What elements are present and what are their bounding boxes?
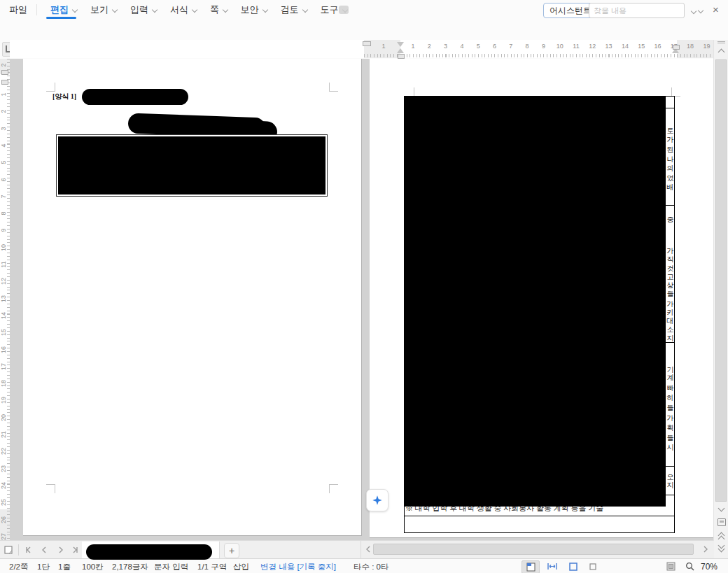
form-header-box <box>56 134 328 197</box>
fit-page-glyph <box>569 563 578 571</box>
fit-width-glyph <box>547 563 557 570</box>
add-tab-button[interactable]: + <box>224 543 239 558</box>
menu-item-review[interactable]: 검토 <box>281 0 308 20</box>
table-strip-divider <box>665 495 674 495</box>
scroll-right-icon[interactable] <box>700 544 711 555</box>
find-input[interactable] <box>589 6 697 15</box>
fit-width-button[interactable] <box>544 560 561 572</box>
bottom-bar: + <box>0 540 713 559</box>
ruler-h-number: 8 <box>526 43 529 50</box>
table-fragment-char: 시 <box>666 443 674 453</box>
ruler-h-number: 13 <box>606 43 612 50</box>
scroll-up-icon[interactable] <box>718 48 724 54</box>
ruler-v-number: 8 <box>0 208 7 218</box>
menu-item-page[interactable]: 쪽 <box>210 0 228 20</box>
next-tab-button[interactable] <box>55 544 66 556</box>
table-fragment-char: 가 <box>666 135 674 145</box>
table-fragment-char: 지 <box>666 481 674 490</box>
ruler-v-number: 16 <box>0 345 7 355</box>
table-strip-divider <box>665 108 674 108</box>
table-fragment-char: 직 <box>666 255 674 264</box>
page-1[interactable]: [양식 1] <box>23 59 362 536</box>
ruler-v-number: 11 <box>0 260 7 269</box>
menu-item-view[interactable]: 보기 <box>90 0 118 20</box>
menu-item-file[interactable]: 파일 <box>9 0 27 20</box>
page-arrangement-button[interactable] <box>662 560 679 572</box>
document-tab-icon[interactable] <box>3 544 14 556</box>
left-margin-marker[interactable] <box>398 54 405 59</box>
zoom-level-label[interactable]: 70% <box>701 562 718 572</box>
menu-item-edit[interactable]: 편집 <box>50 0 78 20</box>
redaction-box-fill <box>58 136 326 194</box>
ruler-h-number: 5 <box>477 43 480 50</box>
find-combobox[interactable] <box>589 3 685 18</box>
page-arrangement-glyph <box>666 562 676 571</box>
add-tab-label: + <box>229 545 234 556</box>
page-thumbnail-icon[interactable] <box>718 518 726 526</box>
first-line-indent-marker[interactable] <box>397 42 404 47</box>
ruler-h-number: 15 <box>638 43 645 50</box>
first-tab-button[interactable] <box>22 544 34 556</box>
menu-item-format[interactable]: 서식 <box>170 0 197 20</box>
right-indent-marker-top[interactable] <box>673 45 680 50</box>
menu-item-security[interactable]: 보안 <box>241 0 268 20</box>
top-margin-marker[interactable] <box>1 70 8 75</box>
status-page-indicator: 2/2쪽 <box>9 562 29 572</box>
vertical-scrollbar[interactable] <box>713 40 728 558</box>
table-fragment-char: 된 <box>666 145 674 155</box>
actual-size-button[interactable] <box>584 560 601 572</box>
ruler-v-number: 26 <box>0 515 7 525</box>
zoom-dialog-button[interactable] <box>681 560 698 572</box>
change-tracking-status[interactable]: 변경 내용 [기록 중지] <box>260 562 336 572</box>
clipped-text-row: ※ 대학 입학 후 대학 생활 중 사회봉사 활동 계획 등을 기술 <box>405 507 665 516</box>
ruler-v-number: 18 <box>0 379 7 388</box>
previous-tab-button[interactable] <box>38 544 50 556</box>
split-handle[interactable] <box>718 41 725 42</box>
table-fragment-char: 들 <box>666 433 674 443</box>
ruler-margin-marker[interactable] <box>363 41 371 46</box>
ruler-v-number: 5 <box>0 157 7 167</box>
document-tab-glyph <box>4 546 13 554</box>
status-line-number: 1줄 <box>58 562 71 572</box>
ruler-h-number: 16 <box>654 43 661 50</box>
menu-file-label: 파일 <box>9 3 27 16</box>
ruler-v-number: 21 <box>0 430 7 439</box>
collapse-panel-chevron-icon[interactable] <box>690 8 696 15</box>
menu-label-review: 검토 <box>281 3 299 16</box>
ruler-h-number: 7 <box>509 43 512 50</box>
tabbar-divider <box>18 544 19 556</box>
custom-toolbar-icon[interactable] <box>339 6 349 14</box>
ruler-v-number: 12 <box>0 276 7 286</box>
menu-item-insert[interactable]: 입력 <box>130 0 158 20</box>
margin-mark-bottom-left <box>46 484 55 493</box>
table-fragment-char: 나 <box>666 155 674 164</box>
ruler-h-number: 18 <box>687 43 694 50</box>
status-char-count: 2,178글자 <box>112 562 148 572</box>
margin-mark-top-right <box>329 83 338 92</box>
ruler-v-number: 14 <box>0 311 7 320</box>
horizontal-ruler[interactable]: 112345678910111213141516171819 <box>10 40 713 58</box>
close-icon[interactable]: × <box>713 3 719 15</box>
previous-tab-glyph <box>41 546 47 553</box>
horizontal-scroll-thumb[interactable] <box>373 544 694 555</box>
page-2[interactable]: 토가된나의었배중가직것고상을가키대소지기계빠히들가획들시오지 ※ 대학 입학 후… <box>370 59 713 538</box>
page-outline-view-button[interactable] <box>522 560 540 573</box>
form-label-text: [양식 1] <box>52 92 76 101</box>
table-fragment-char: 획 <box>666 423 674 433</box>
hwp-word-processor-window: 파일 편집보기입력서식쪽보안검토도구 어시스턴트 × <box>0 0 728 573</box>
left-indent-marker[interactable] <box>397 48 404 53</box>
next-page-icon-2 <box>718 546 724 553</box>
horizontal-scrollbar[interactable] <box>360 541 714 559</box>
ai-sparkle-button[interactable] <box>366 489 388 511</box>
top-indent-marker[interactable] <box>1 80 8 85</box>
vertical-scroll-thumb[interactable] <box>715 59 727 502</box>
ruler-h-number: 4 <box>460 43 463 50</box>
redaction-block-main <box>405 97 666 507</box>
menu-divider <box>36 4 37 15</box>
last-tab-button[interactable] <box>70 544 81 556</box>
fit-page-button[interactable] <box>565 560 582 572</box>
ruler-ticks <box>364 54 713 57</box>
scroll-down-icon[interactable] <box>718 506 724 512</box>
scroll-left-icon[interactable] <box>363 544 374 555</box>
vertical-ruler[interactable]: 2123456789101112131415161718192021222324… <box>0 59 10 540</box>
